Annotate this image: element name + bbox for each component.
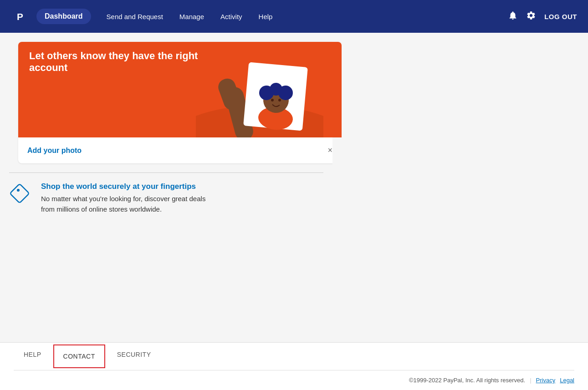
- svg-point-14: [17, 189, 20, 192]
- shop-section: Shop the world securely at your fingerti…: [9, 182, 323, 242]
- shop-text: Shop the world securely at your fingerti…: [41, 182, 205, 214]
- paypal-logo[interactable]: P: [11, 7, 29, 25]
- promo-overlay-text: Let others know they have the right acco…: [29, 50, 220, 74]
- copyright-text: ©1999-2022 PayPal, Inc. All rights reser…: [409, 377, 525, 384]
- footer-tab-contact[interactable]: CONTACT: [53, 344, 105, 368]
- legal-link[interactable]: Legal: [560, 377, 574, 384]
- section-divider: [9, 172, 323, 173]
- nav-help[interactable]: Help: [252, 9, 279, 24]
- gear-icon[interactable]: [526, 10, 536, 23]
- svg-text:P: P: [17, 11, 23, 22]
- promo-footer: Add your photo ×: [18, 137, 342, 163]
- add-photo-link[interactable]: Add your photo: [27, 147, 82, 155]
- shop-body: No matter what you're looking for, disco…: [41, 194, 205, 214]
- nav-right-actions: LOG OUT: [508, 10, 577, 23]
- footer-tab-help[interactable]: HELP: [14, 343, 51, 370]
- main-content: Let others know they have the right acco…: [0, 33, 588, 260]
- promo-card: Let others know they have the right acco…: [18, 42, 342, 163]
- content-wrapper: Let others know they have the right acco…: [0, 33, 588, 260]
- svg-rect-13: [10, 184, 29, 203]
- shop-title: Shop the world securely at your fingerti…: [41, 182, 205, 191]
- footer-bottom: ©1999-2022 PayPal, Inc. All rights reser…: [14, 370, 574, 390]
- navbar: P Dashboard Send and Request Manage Acti…: [0, 0, 588, 33]
- nav-activity[interactable]: Activity: [214, 9, 249, 24]
- footer: HELP CONTACT SECURITY ©1999-2022 PayPal,…: [0, 342, 588, 390]
- footer-tab-security[interactable]: SECURITY: [107, 343, 161, 370]
- footer-divider: |: [530, 377, 531, 384]
- left-panel: Let others know they have the right acco…: [0, 33, 332, 260]
- nav-dashboard[interactable]: Dashboard: [36, 9, 91, 24]
- logout-button[interactable]: LOG OUT: [544, 13, 577, 20]
- promo-image: Let others know they have the right acco…: [18, 42, 342, 137]
- bell-icon[interactable]: [508, 10, 518, 23]
- right-panel: [332, 33, 588, 260]
- nav-send-request[interactable]: Send and Request: [100, 9, 169, 24]
- privacy-link[interactable]: Privacy: [536, 377, 556, 384]
- footer-tabs: HELP CONTACT SECURITY: [14, 343, 574, 370]
- tag-icon: [9, 183, 33, 208]
- promo-illustration: [196, 51, 323, 137]
- nav-manage[interactable]: Manage: [173, 9, 210, 24]
- promo-close-button[interactable]: ×: [327, 146, 332, 155]
